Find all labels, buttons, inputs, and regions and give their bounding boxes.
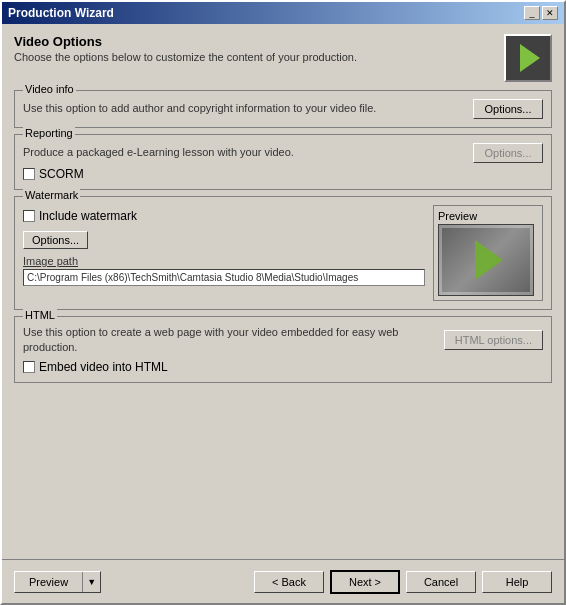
reporting-content: Produce a packaged e-Learning lesson wit… [23,141,543,181]
back-button[interactable]: < Back [254,571,324,593]
watermark-left: Include watermark Options... Image path [23,205,425,301]
play-icon [520,44,540,72]
reporting-options-button[interactable]: Options... [473,143,543,163]
html-content: Use this option to create a web page wit… [23,323,543,374]
scorm-checkbox[interactable] [23,168,35,180]
reporting-group: Reporting Produce a packaged e-Learning … [14,134,552,190]
help-button[interactable]: Help [482,571,552,593]
reporting-label: Reporting [23,127,75,139]
html-options-button[interactable]: HTML options... [444,330,543,350]
close-button[interactable]: ✕ [542,6,558,20]
content-area: Video Options Choose the options below t… [2,24,564,559]
embed-html-label: Embed video into HTML [39,360,168,374]
html-label: HTML [23,309,57,321]
scorm-label: SCORM [39,167,84,181]
html-description: Use this option to create a web page wit… [23,325,444,356]
reporting-row: Produce a packaged e-Learning lesson wit… [23,143,543,163]
title-bar: Production Wizard _ ✕ [2,2,564,24]
watermark-group: Watermark Include watermark Options... I… [14,196,552,310]
watermark-content: Include watermark Options... Image path … [23,203,543,301]
html-row: Use this option to create a web page wit… [23,325,543,356]
window-title: Production Wizard [8,6,114,20]
bottom-nav-buttons: < Back Next > Cancel Help [254,570,552,594]
watermark-label: Watermark [23,189,80,201]
include-watermark-checkbox[interactable] [23,210,35,222]
include-watermark-label: Include watermark [39,209,137,223]
image-path-label: Image path [23,255,425,267]
cancel-button[interactable]: Cancel [406,571,476,593]
main-window: Production Wizard _ ✕ Video Options Choo… [0,0,566,605]
watermark-options-button[interactable]: Options... [23,231,88,249]
html-group: HTML Use this option to create a web pag… [14,316,552,383]
video-info-content: Use this option to add author and copyri… [23,97,543,119]
video-info-row: Use this option to add author and copyri… [23,99,543,119]
preview-border-effect [439,225,533,295]
preview-box: Preview [433,205,543,301]
preview-label: Preview [438,210,538,222]
title-bar-buttons: _ ✕ [524,6,558,20]
video-info-label: Video info [23,83,76,95]
embed-html-row: Embed video into HTML [23,360,543,374]
watermark-right: Preview [433,205,543,301]
minimize-button[interactable]: _ [524,6,540,20]
preview-dropdown-arrow[interactable]: ▼ [83,572,100,592]
video-info-group: Video info Use this option to add author… [14,90,552,128]
image-path-input[interactable] [23,269,425,286]
reporting-description: Produce a packaged e-Learning lesson wit… [23,145,473,160]
header-icon [504,34,552,82]
watermark-section: Include watermark Options... Image path … [23,205,543,301]
video-info-description: Use this option to add author and copyri… [23,101,473,116]
preview-button-group: Preview ▼ [14,571,101,593]
scorm-checkbox-row: SCORM [23,167,543,181]
next-button[interactable]: Next > [330,570,400,594]
include-watermark-row: Include watermark [23,209,425,223]
preview-image-bg [439,225,533,295]
header-text: Video Options Choose the options below t… [14,34,357,63]
preview-button[interactable]: Preview [15,572,83,592]
page-description: Choose the options below to customize th… [14,51,357,63]
page-title: Video Options [14,34,357,49]
header-section: Video Options Choose the options below t… [14,34,552,82]
bottom-bar: Preview ▼ < Back Next > Cancel Help [2,559,564,603]
video-info-options-button[interactable]: Options... [473,99,543,119]
preview-inner [438,224,534,296]
embed-html-checkbox[interactable] [23,361,35,373]
